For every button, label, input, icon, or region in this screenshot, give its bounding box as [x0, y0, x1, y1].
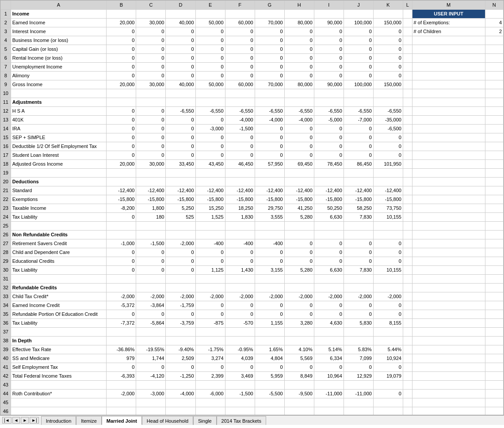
col-header-h[interactable]: H: [284, 1, 314, 10]
cell-c-41[interactable]: 0: [136, 363, 166, 372]
cell-b-28[interactable]: 0: [107, 248, 136, 257]
cell-h-1[interactable]: [284, 10, 314, 19]
cell-b-15[interactable]: 0: [107, 133, 136, 142]
cell-i-25[interactable]: [314, 222, 344, 231]
cell-f-24[interactable]: 1,830: [225, 213, 255, 222]
cell-g-4[interactable]: 0: [255, 36, 284, 45]
cell-e-4[interactable]: 0: [195, 36, 225, 45]
cell-d-21[interactable]: -12,400: [166, 186, 195, 195]
cell-i-5[interactable]: 0: [314, 45, 344, 54]
cell-h-6[interactable]: 0: [284, 54, 314, 63]
cell-e-38[interactable]: [195, 337, 225, 345]
cell-h-17[interactable]: 0: [284, 151, 314, 160]
cell-g-36[interactable]: 1,155: [255, 319, 284, 328]
cell-c-13[interactable]: 0: [136, 116, 166, 125]
cell-g-45[interactable]: [255, 398, 284, 407]
cell-d-12[interactable]: -6,550: [166, 107, 195, 116]
cell-g-11[interactable]: [255, 98, 284, 107]
cell-c-29[interactable]: 0: [136, 257, 166, 266]
cell-j-12[interactable]: -6,550: [344, 107, 373, 116]
cell-g-10[interactable]: [255, 89, 284, 98]
cell-g-34[interactable]: 0: [255, 301, 284, 310]
cell-d-8[interactable]: 0: [166, 72, 195, 80]
cell-g-25[interactable]: [255, 222, 284, 231]
cell-h-45[interactable]: [284, 398, 314, 407]
col-header-d[interactable]: D: [166, 1, 195, 10]
cell-g-46[interactable]: [255, 407, 284, 416]
cell-e-21[interactable]: -12,400: [195, 186, 225, 195]
cell-b-32[interactable]: [107, 284, 136, 292]
col-header-l[interactable]: L: [403, 1, 412, 10]
cell-h-41[interactable]: 0: [284, 363, 314, 372]
cell-c-45[interactable]: [136, 398, 166, 407]
cell-c-12[interactable]: 0: [136, 107, 166, 116]
cell-a-12[interactable]: H S A: [11, 107, 107, 116]
cell-a-6[interactable]: Rental Income (or loss): [11, 54, 107, 63]
cell-b-46[interactable]: [107, 407, 136, 416]
cell-f-31[interactable]: [225, 275, 255, 284]
cell-c-9[interactable]: 30,000: [136, 80, 166, 89]
cell-k-26[interactable]: [373, 231, 403, 239]
cell-d-4[interactable]: 0: [166, 36, 195, 45]
cell-a-38[interactable]: In Depth: [11, 337, 107, 345]
cell-b-8[interactable]: 0: [107, 72, 136, 80]
cell-f-38[interactable]: [225, 337, 255, 345]
cell-e-20[interactable]: [195, 178, 225, 186]
cell-b-38[interactable]: [107, 337, 136, 345]
cell-g-20[interactable]: [255, 178, 284, 186]
cell-h-29[interactable]: 0: [284, 257, 314, 266]
cell-d-29[interactable]: 0: [166, 257, 195, 266]
cell-f-28[interactable]: 0: [225, 248, 255, 257]
cell-d-26[interactable]: [166, 231, 195, 239]
cell-e-2[interactable]: 50,000: [195, 19, 225, 27]
cell-k-3[interactable]: 0: [373, 27, 403, 36]
cell-k-16[interactable]: 0: [373, 142, 403, 151]
cell-d-43[interactable]: [166, 381, 195, 390]
cell-a-4[interactable]: Business Income (or loss): [11, 36, 107, 45]
cell-a-44[interactable]: Roth Contribution*: [11, 390, 107, 398]
cell-c-17[interactable]: 0: [136, 151, 166, 160]
cell-i-9[interactable]: 90,000: [314, 80, 344, 89]
cell-g-14[interactable]: 0: [255, 125, 284, 133]
cell-g-33[interactable]: -2,000: [255, 292, 284, 301]
cell-c-39[interactable]: -19.55%: [136, 345, 166, 354]
cell-k-5[interactable]: 0: [373, 45, 403, 54]
cell-k-31[interactable]: [373, 275, 403, 284]
cell-g-37[interactable]: [255, 328, 284, 337]
cell-e-45[interactable]: [195, 398, 225, 407]
cell-b-11[interactable]: [107, 98, 136, 107]
cell-c-23[interactable]: 1,800: [136, 204, 166, 213]
cell-c-27[interactable]: -1,500: [136, 239, 166, 248]
cell-h-27[interactable]: 0: [284, 239, 314, 248]
cell-d-14[interactable]: 0: [166, 125, 195, 133]
cell-h-5[interactable]: 0: [284, 45, 314, 54]
col-header-a[interactable]: A: [11, 1, 107, 10]
cell-b-10[interactable]: [107, 89, 136, 98]
cell-b-1[interactable]: [107, 10, 136, 19]
cell-e-19[interactable]: [195, 169, 225, 178]
cell-d-6[interactable]: 0: [166, 54, 195, 63]
cell-c-1[interactable]: [136, 10, 166, 19]
cell-f-40[interactable]: 4,039: [225, 354, 255, 363]
cell-g-15[interactable]: 0: [255, 133, 284, 142]
cell-i-24[interactable]: 6,630: [314, 213, 344, 222]
cell-f-19[interactable]: [225, 169, 255, 178]
cell-f-6[interactable]: 0: [225, 54, 255, 63]
cell-i-17[interactable]: 0: [314, 151, 344, 160]
cell-c-31[interactable]: [136, 275, 166, 284]
cell-i-3[interactable]: 0: [314, 27, 344, 36]
cell-h-14[interactable]: 0: [284, 125, 314, 133]
cell-c-38[interactable]: [136, 337, 166, 345]
cell-j-3[interactable]: 0: [344, 27, 373, 36]
cell-b-9[interactable]: 20,000: [107, 80, 136, 89]
cell-b-23[interactable]: -8,200: [107, 204, 136, 213]
cell-c-28[interactable]: 0: [136, 248, 166, 257]
cell-a-45[interactable]: [11, 398, 107, 407]
cell-j-36[interactable]: 5,830: [344, 319, 373, 328]
cell-j-26[interactable]: [344, 231, 373, 239]
cell-j-18[interactable]: 86,450: [344, 160, 373, 169]
cell-b-4[interactable]: 0: [107, 36, 136, 45]
cell-h-20[interactable]: [284, 178, 314, 186]
cell-j-10[interactable]: [344, 89, 373, 98]
cell-f-10[interactable]: [225, 89, 255, 98]
